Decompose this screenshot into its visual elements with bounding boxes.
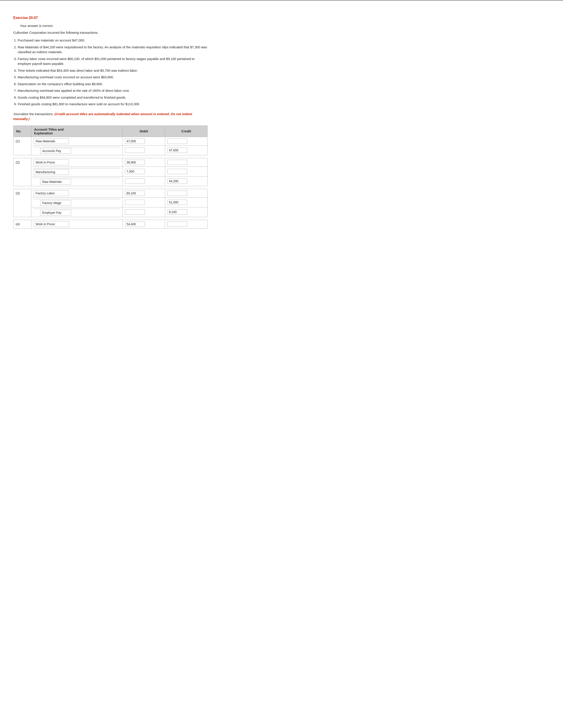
table-row: Factory Wage 51,000	[13, 197, 207, 207]
account-label-work-in-process-2a: Work in Proce	[34, 159, 69, 165]
account-label-manufacturing-2b: Manufacturing	[34, 169, 69, 175]
table-row: (2) Work in Proce 36,900	[13, 158, 207, 167]
credit-cell: 47,000	[165, 145, 207, 155]
instruction-prefix: Journalize the transactions.	[13, 112, 55, 116]
debit-amount-empty-3c[interactable]	[125, 209, 145, 215]
intro-text: Cullumber Corporation incurred the follo…	[13, 31, 207, 34]
col-header-no: No.	[13, 126, 31, 137]
debit-cell: 36,900	[122, 158, 165, 167]
credit-amount-51000[interactable]: 51,000	[167, 200, 187, 205]
credit-amount-44200[interactable]: 44,200	[167, 178, 187, 184]
transaction-8: Goods costing $94,800 were completed and…	[18, 95, 207, 100]
account-label-factory-wage-3b: Factory Wage	[40, 200, 71, 206]
transaction-7: Manufacturing overhead was applied at th…	[18, 88, 207, 93]
credit-cell: 44,200	[165, 176, 207, 186]
debit-cell: 60,100	[122, 189, 165, 197]
entry-no-1: (1)	[13, 137, 31, 155]
account-cell: Work in Proce	[31, 220, 123, 228]
table-header-row: No. Account Titles andExplanation Debit …	[13, 126, 207, 137]
transaction-6: Depreciation on the company's office bui…	[18, 82, 207, 87]
account-cell: Manufacturing	[31, 167, 123, 176]
credit-cell	[165, 158, 207, 167]
transaction-9: Finished goods costing $81,800 to manufa…	[18, 102, 207, 107]
account-label-work-in-process-4a: Work in Proce	[34, 221, 69, 227]
account-cell: Raw Materials	[31, 176, 123, 186]
instruction-text: Journalize the transactions. (Credit acc…	[13, 112, 207, 122]
debit-amount-36900[interactable]: 36,900	[125, 160, 145, 165]
credit-amount-empty-3a[interactable]	[167, 191, 187, 196]
credit-amount-47000[interactable]: 47,000	[167, 148, 187, 153]
account-cell: Accounts Pay	[31, 145, 123, 155]
credit-cell: 9,100	[165, 207, 207, 217]
debit-amount-7300[interactable]: 7,300	[125, 169, 145, 174]
debit-amount-54400[interactable]: 54,400	[125, 221, 145, 227]
credit-cell	[165, 220, 207, 228]
col-header-debit: Debit	[122, 126, 165, 137]
account-cell: Factory Wage	[31, 197, 123, 207]
credit-cell	[165, 189, 207, 197]
debit-cell	[122, 145, 165, 155]
spacer-row	[13, 186, 207, 189]
debit-amount-empty-3b[interactable]	[125, 200, 145, 205]
table-row: Raw Materials 44,200	[13, 176, 207, 186]
account-label-raw-materials-1: Raw Materials	[34, 138, 69, 144]
col-header-account: Account Titles andExplanation	[31, 126, 123, 137]
debit-cell	[122, 207, 165, 217]
credit-amount-empty-4a[interactable]	[167, 221, 187, 227]
account-label-factory-labor-3a: Factory Labor	[34, 190, 69, 196]
debit-amount-60100[interactable]: 60,100	[125, 191, 145, 196]
account-label-employer-pay-3c: Employer Pay	[40, 210, 71, 216]
debit-amount-empty-1b[interactable]	[125, 148, 145, 153]
transaction-2: Raw Materials of $44,200 were requisitio…	[18, 45, 207, 55]
entry-no-2: (2)	[13, 158, 31, 186]
debit-cell	[122, 176, 165, 186]
spacer-row	[13, 217, 207, 220]
table-row: Accounts Pay 47,000	[13, 145, 207, 155]
credit-cell: 51,000	[165, 197, 207, 207]
debit-cell	[122, 197, 165, 207]
account-label-accounts-pay: Accounts Pay	[40, 148, 71, 154]
entry-no-3: (3)	[13, 189, 31, 217]
account-cell: Factory Labor	[31, 189, 123, 197]
debit-cell: 47,000	[122, 137, 165, 145]
debit-cell: 7,300	[122, 167, 165, 176]
table-row: (4) Work in Proce 54,400	[13, 220, 207, 228]
table-row: Manufacturing 7,300	[13, 167, 207, 176]
account-cell: Raw Materials	[31, 137, 123, 145]
debit-amount-empty-2c[interactable]	[125, 178, 145, 184]
credit-amount-9100[interactable]: 9,100	[167, 209, 187, 215]
journal-entries: (1) Raw Materials 47,000 Accounts Pay	[13, 137, 207, 228]
credit-amount-empty-2b[interactable]	[167, 169, 187, 174]
transaction-1: Purchased raw materials on account $47,0…	[18, 38, 207, 43]
credit-amount-empty-2a[interactable]	[167, 160, 187, 165]
table-row: Employer Pay 9,100	[13, 207, 207, 217]
exercise-title: Exercise 20-07	[13, 16, 207, 20]
transaction-4: Time tickets indicated that $54,400 was …	[18, 68, 207, 73]
credit-amount-empty-1a[interactable]	[167, 139, 187, 144]
account-label-raw-materials-2c: Raw Materials	[40, 179, 71, 185]
transactions-list: Purchased raw materials on account $47,0…	[18, 38, 207, 107]
account-cell: Employer Pay	[31, 207, 123, 217]
credit-cell	[165, 137, 207, 145]
debit-cell: 54,400	[122, 220, 165, 228]
credit-cell	[165, 167, 207, 176]
col-header-credit: Credit	[165, 126, 207, 137]
correct-message: Your answer is correct.	[20, 24, 207, 28]
journal-table: No. Account Titles andExplanation Debit …	[13, 126, 207, 229]
table-row: (3) Factory Labor 60,100	[13, 189, 207, 197]
account-cell: Work in Proce	[31, 158, 123, 167]
spacer-row	[13, 155, 207, 158]
table-row: (1) Raw Materials 47,000	[13, 137, 207, 145]
transaction-5: Manufacturing overhead costs incurred on…	[18, 75, 207, 80]
debit-amount-47000[interactable]: 47,000	[125, 139, 145, 144]
transaction-3: Factory labor costs incurred were $60,10…	[18, 56, 207, 66]
entry-no-4: (4)	[13, 220, 31, 228]
